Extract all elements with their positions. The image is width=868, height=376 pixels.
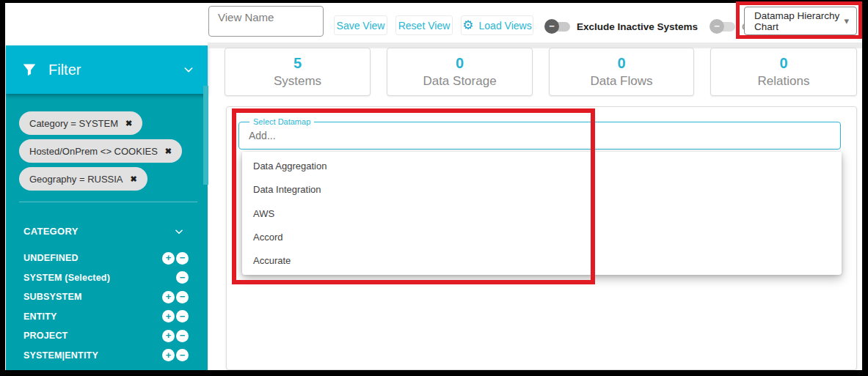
datamap-option[interactable]: Accurate xyxy=(242,249,842,273)
exclude-inactive-label: Exclude Inactive Systems xyxy=(577,21,698,32)
filter-chip-label: Hosted/OnPrem <> COOKIES xyxy=(29,146,158,157)
category-section-header[interactable]: CATEGORY xyxy=(23,226,184,237)
datamap-options-menu: Data Aggregation Data Integration AWS Ac… xyxy=(242,152,842,275)
stat-card-relations: 0 Relations xyxy=(710,48,857,96)
category-row: SYSTEM|ENTITY + − xyxy=(6,346,208,366)
category-section-title: CATEGORY xyxy=(23,226,174,237)
plus-icon[interactable]: + xyxy=(162,330,175,342)
filter-title: Filter xyxy=(48,62,183,78)
filter-chip[interactable]: Category = SYSTEM ✖ xyxy=(19,111,142,135)
datamap-option[interactable]: Accord xyxy=(242,225,842,248)
stat-label: Relations xyxy=(711,74,856,89)
filter-body: Category = SYSTEM ✖ Hosted/OnPrem <> COO… xyxy=(6,94,208,370)
category-label: UNDEFINED xyxy=(23,253,162,263)
reset-view-button[interactable]: Reset View xyxy=(395,15,453,35)
stat-card-data-storage: 0 Data Storage xyxy=(387,48,533,96)
gear-icon: ⚙ xyxy=(462,19,473,32)
category-row: ENTITY + − xyxy=(6,307,208,327)
view-name-input[interactable] xyxy=(208,6,324,37)
close-icon[interactable]: ✖ xyxy=(165,147,172,156)
category-label: SYSTEM (Selected) xyxy=(23,273,176,283)
category-row: SUBSYSTEM + − xyxy=(6,287,208,307)
load-views-label: Load Views xyxy=(479,20,532,32)
stat-label: Systems xyxy=(225,74,370,89)
stat-value: 0 xyxy=(387,55,532,72)
datamap-option[interactable]: Data Integration xyxy=(242,177,842,201)
toggle-knob-icon: − xyxy=(710,19,724,34)
select-datamap-field[interactable] xyxy=(238,122,841,150)
filter-header[interactable]: Filter xyxy=(6,45,208,94)
filter-chips: Category = SYSTEM ✖ Hosted/OnPrem <> COO… xyxy=(6,111,208,195)
filter-sidebar: Filter Category = SYSTEM ✖ Hosted/OnPrem… xyxy=(6,45,208,370)
plus-icon[interactable]: + xyxy=(162,291,175,303)
stat-card-data-flows: 0 Data Flows xyxy=(549,48,694,96)
exclude-inactive-toggle[interactable]: − xyxy=(546,22,570,32)
category-label: PROJECT xyxy=(23,331,162,341)
minus-icon[interactable]: − xyxy=(176,271,189,284)
sidebar-divider xyxy=(19,202,197,202)
category-row: UNDEFINED + − xyxy=(6,248,208,268)
chart-type-select[interactable]: Datamap Hierarchy Chart ▾ xyxy=(744,7,857,35)
category-label: ENTITY xyxy=(23,312,162,322)
stat-value: 0 xyxy=(711,55,856,72)
stat-value: 0 xyxy=(550,55,693,72)
minus-icon[interactable]: − xyxy=(176,252,189,265)
select-datamap-input[interactable] xyxy=(244,122,826,149)
chevron-down-icon[interactable] xyxy=(183,64,194,75)
screenshot-frame: Save View Reset View ⚙ Load Views − Excl… xyxy=(0,0,868,376)
category-row: SYSTEM (Selected) − xyxy=(6,268,208,288)
minus-icon[interactable]: − xyxy=(176,349,189,361)
category-items: UNDEFINED + − SYSTEM (Selected) − SUBSYS… xyxy=(6,248,208,365)
category-label: SYSTEM|ENTITY xyxy=(23,350,162,361)
save-view-button[interactable]: Save View xyxy=(334,15,387,35)
load-views-button[interactable]: ⚙ Load Views xyxy=(461,15,533,35)
minus-icon[interactable]: − xyxy=(176,330,189,342)
filter-chip[interactable]: Geography = RUSSIA ✖ xyxy=(19,167,147,191)
select-datamap-label: Select Datamap xyxy=(249,117,314,126)
close-icon[interactable]: ✖ xyxy=(131,174,137,184)
stat-label: Data Flows xyxy=(550,74,693,89)
stat-label: Data Storage xyxy=(387,74,532,89)
chart-type-value: Datamap Hierarchy Chart xyxy=(754,10,844,32)
sidebar-scrollbar[interactable] xyxy=(203,86,208,185)
plus-icon[interactable]: + xyxy=(162,310,175,322)
app-window: Save View Reset View ⚙ Load Views − Excl… xyxy=(5,3,862,370)
stat-card-systems: 5 Systems xyxy=(225,48,371,96)
chevron-down-icon: ▾ xyxy=(844,15,849,26)
grid-view-toggle[interactable]: − xyxy=(711,22,735,32)
minus-icon[interactable]: − xyxy=(176,291,189,303)
plus-icon[interactable]: + xyxy=(162,349,175,361)
toggle-knob-icon: − xyxy=(544,19,559,34)
category-row: PROJECT + − xyxy=(6,326,208,346)
stat-value: 5 xyxy=(225,55,370,72)
plus-icon[interactable]: + xyxy=(162,252,175,265)
close-icon[interactable]: ✖ xyxy=(125,119,132,128)
filter-chip-label: Category = SYSTEM xyxy=(29,118,118,129)
filter-chip[interactable]: Hosted/OnPrem <> COOKIES ✖ xyxy=(19,139,182,163)
datamap-option[interactable]: Data Aggregation xyxy=(242,154,842,177)
filter-chip-label: Geography = RUSSIA xyxy=(29,174,123,185)
datamap-option[interactable]: AWS xyxy=(242,202,842,225)
minus-icon[interactable]: − xyxy=(176,310,189,322)
filter-funnel-icon xyxy=(22,62,37,77)
category-label: SUBSYSTEM xyxy=(23,292,162,302)
chevron-down-icon[interactable] xyxy=(174,226,184,237)
